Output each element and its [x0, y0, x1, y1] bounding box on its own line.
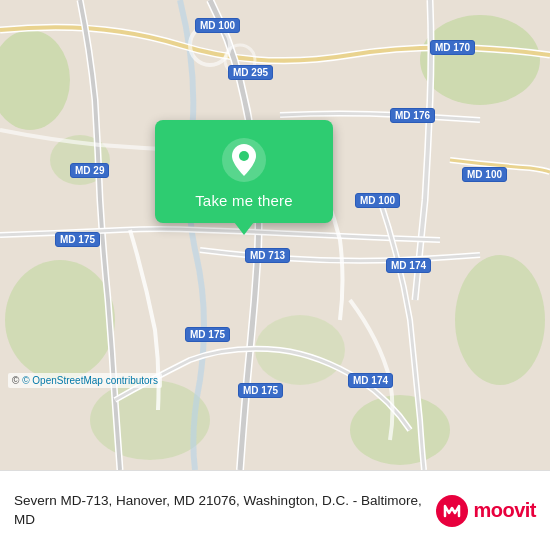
location-popup[interactable]: Take me there: [155, 120, 333, 223]
svg-point-3: [5, 260, 115, 380]
take-me-there-button[interactable]: Take me there: [195, 192, 293, 209]
road-badge-md170-top: MD 170: [430, 40, 475, 55]
location-pin-icon: [222, 138, 266, 182]
road-badge-md100-right: MD 100: [462, 167, 507, 182]
road-badge-md175-bot1: MD 175: [185, 327, 230, 342]
osm-link[interactable]: © OpenStreetMap contributors: [22, 375, 158, 386]
svg-point-4: [455, 255, 545, 385]
osm-credit: © © OpenStreetMap contributors: [8, 373, 162, 388]
road-badge-md29: MD 29: [70, 163, 109, 178]
address-text: Severn MD-713, Hanover, MD 21076, Washin…: [14, 492, 426, 530]
moovit-m-icon: [442, 501, 462, 521]
copyright-symbol: ©: [12, 375, 19, 386]
road-badge-md295: MD 295: [228, 65, 273, 80]
road-badge-md174-bot: MD 174: [348, 373, 393, 388]
road-badge-md174: MD 174: [386, 258, 431, 273]
road-badge-md176: MD 176: [390, 108, 435, 123]
road-badge-md100-mid: MD 100: [355, 193, 400, 208]
moovit-logo-icon: [436, 495, 468, 527]
road-badge-md713: MD 713: [245, 248, 290, 263]
svg-point-5: [350, 395, 450, 465]
moovit-brand-text: moovit: [473, 499, 536, 522]
svg-point-1: [420, 15, 540, 105]
map-view: MD 100 MD 170 MD 295 MD 176 MD 29 MD 100…: [0, 0, 550, 470]
bottom-info-bar: Severn MD-713, Hanover, MD 21076, Washin…: [0, 470, 550, 550]
road-badge-md100-top: MD 100: [195, 18, 240, 33]
moovit-logo: moovit: [436, 495, 536, 527]
svg-point-12: [239, 151, 249, 161]
road-badge-md175-bot2: MD 175: [238, 383, 283, 398]
road-badge-md175-left: MD 175: [55, 232, 100, 247]
